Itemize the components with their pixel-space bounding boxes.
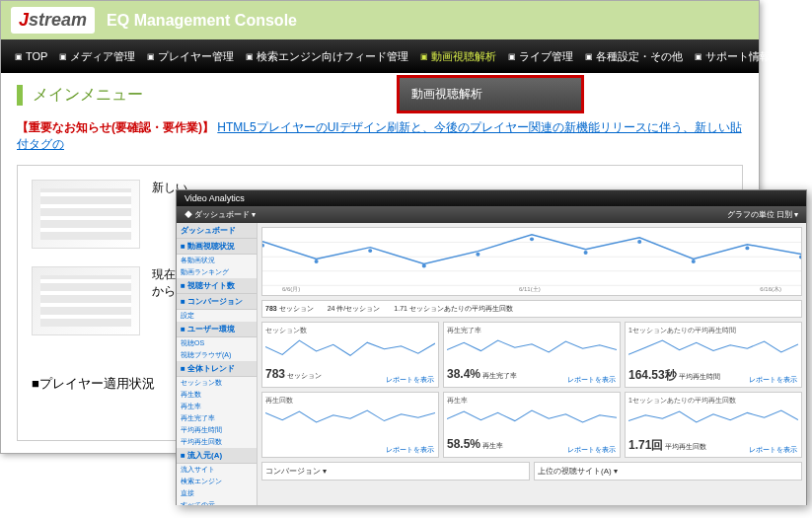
svg-point-7 — [368, 249, 372, 253]
axis-label: 6/16(木) — [760, 285, 781, 294]
analytics-sidebar: ダッシュボード■ 動画視聴状況各動画状況動画ランキング■ 視聴サイト数■ コンバ… — [177, 223, 258, 505]
svg-point-9 — [476, 253, 480, 257]
header: Jstream EQ Management Console — [1, 1, 759, 39]
sidebar-item[interactable]: 平均再生回数 — [177, 436, 257, 448]
sidebar-item[interactable]: 設定 — [177, 310, 257, 322]
thumbnail[interactable] — [32, 266, 140, 335]
sidebar-item[interactable]: 直接 — [177, 487, 257, 499]
sidebar-item[interactable]: 各動画状況 — [177, 255, 257, 266]
report-link[interactable]: レポートを表示 — [386, 445, 434, 455]
app-title: EQ Management Console — [107, 12, 297, 30]
metric-card: セッション数 783 セッション レポートを表示 — [261, 322, 439, 388]
sidebar-item[interactable]: 検索エンジン — [177, 476, 257, 487]
report-link[interactable]: レポートを表示 — [386, 375, 434, 385]
main-nav: TOPメディア管理プレイヤー管理検索エンジン向けフィード管理動画視聴解析ライブ管… — [1, 39, 759, 73]
sidebar-item[interactable]: 視聴OS — [177, 337, 257, 349]
sidebar-item[interactable]: 再生完了率 — [177, 412, 257, 424]
nav-item[interactable]: 各種設定・その他 — [579, 49, 689, 64]
svg-point-12 — [637, 240, 641, 244]
bottom-panel[interactable]: 上位の視聴サイト(A) ▾ — [534, 462, 802, 481]
axis-label: 6/11(土) — [519, 285, 541, 294]
svg-point-14 — [745, 246, 749, 250]
analytics-main: 6/6(月) 6/11(土) 6/16(木) 783 セッション 24 件/セッ… — [258, 223, 806, 505]
nav-item[interactable]: 動画視聴解析 — [414, 49, 502, 64]
sidebar-group[interactable]: ■ 視聴サイト数 — [177, 278, 257, 294]
sidebar-item[interactable]: 視聴ブラウザ(A) — [177, 349, 257, 361]
metric-card: 1セッションあたりの平均再生回数 1.71回 平均再生回数 レポートを表示 — [625, 392, 802, 458]
nav-dropdown: 動画視聴解析 — [397, 75, 584, 113]
analytics-title: Video Analytics — [177, 190, 806, 206]
metric-card: 再生完了率 38.4% 再生完了率 レポートを表示 — [443, 322, 621, 388]
notice: 【重要なお知らせ(要確認・要作業)】 HTML5プレイヤーのUIデザイン刷新と、… — [17, 119, 743, 153]
metric-card: 再生率 58.5% 再生率 レポートを表示 — [443, 392, 621, 458]
sidebar-item[interactable]: 平均再生時間 — [177, 424, 257, 436]
sidebar-group[interactable]: ■ ユーザー環境 — [177, 322, 257, 337]
sidebar-group[interactable]: ■ 流入元(A) — [177, 448, 257, 464]
analytics-toolbar: ◆ ダッシュボード ▾ グラフの単位 日別 ▾ — [177, 206, 806, 223]
logo: Jstream — [11, 7, 95, 34]
sidebar-group[interactable]: ダッシュボード — [177, 223, 257, 239]
sidebar-item[interactable]: 再生数 — [177, 389, 257, 401]
dashboard-selector[interactable]: ◆ ダッシュボード ▾ — [185, 209, 256, 220]
svg-point-8 — [422, 264, 426, 268]
sidebar-group[interactable]: ■ コンバージョン — [177, 294, 257, 310]
svg-point-13 — [692, 259, 696, 263]
axis-label: 6/6(月) — [282, 285, 300, 294]
dropdown-item-analytics[interactable]: 動画視聴解析 — [400, 78, 581, 111]
summary-bar: 783 セッション 24 件/セッション 1.71 セッションあたりの平均再生回… — [261, 300, 802, 318]
report-link[interactable]: レポートを表示 — [567, 375, 616, 385]
graph-unit-selector[interactable]: グラフの単位 日別 ▾ — [727, 209, 798, 220]
notice-prefix: 【重要なお知らせ(要確認・要作業)】 — [17, 120, 214, 134]
nav-item[interactable]: ライブ管理 — [502, 49, 579, 64]
sidebar-item[interactable]: 再生率 — [177, 401, 257, 412]
nav-item[interactable]: サポート情報 — [689, 49, 776, 64]
svg-point-10 — [530, 237, 534, 241]
sidebar-item[interactable]: セッション数 — [177, 377, 257, 389]
top-chart: 6/6(月) 6/11(土) 6/16(木) — [261, 227, 802, 296]
nav-item[interactable]: プレイヤー管理 — [141, 49, 240, 64]
nav-item[interactable]: メディア管理 — [53, 49, 141, 64]
report-link[interactable]: レポートを表示 — [749, 375, 797, 385]
sidebar-item[interactable]: 動画ランキング — [177, 266, 257, 278]
svg-point-6 — [315, 259, 319, 263]
sidebar-item[interactable]: 流入サイト — [177, 464, 257, 476]
metric-card: 1セッションあたりの平均再生時間 164.53秒 平均再生時間 レポートを表示 — [625, 322, 802, 388]
sidebar-group[interactable]: ■ 全体トレンド — [177, 361, 257, 377]
metric-card: 再生回数 レポートを表示 — [261, 392, 439, 458]
sidebar-item[interactable]: すべての元 — [177, 499, 257, 505]
sidebar-group[interactable]: ■ 動画視聴状況 — [177, 239, 257, 255]
report-link[interactable]: レポートを表示 — [567, 445, 616, 455]
nav-item[interactable]: TOP — [9, 50, 53, 62]
report-link[interactable]: レポートを表示 — [749, 445, 797, 455]
bottom-panel[interactable]: コンバージョン ▾ — [261, 462, 530, 481]
thumbnail[interactable] — [32, 180, 140, 249]
svg-point-11 — [584, 251, 588, 255]
nav-item[interactable]: 検索エンジン向けフィード管理 — [240, 49, 414, 64]
main-menu-heading: メインメニュー — [17, 85, 743, 106]
analytics-window: Video Analytics ◆ ダッシュボード ▾ グラフの単位 日別 ▾ … — [176, 189, 807, 505]
